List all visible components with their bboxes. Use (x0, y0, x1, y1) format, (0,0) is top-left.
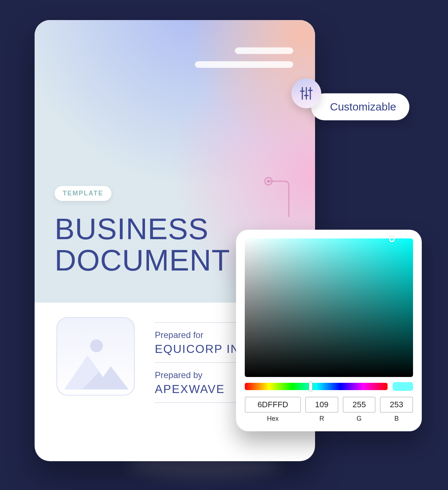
hex-label: Hex (245, 415, 301, 423)
sliders-icon (291, 78, 321, 108)
customizable-chip[interactable]: Customizable (291, 78, 321, 108)
color-saturation-area[interactable] (245, 238, 413, 377)
document-title: BUSINESS DOCUMENT (55, 213, 230, 276)
hex-input[interactable] (245, 397, 301, 413)
hue-thumb[interactable] (309, 382, 313, 391)
svg-point-0 (265, 178, 272, 185)
color-swatch (393, 382, 413, 391)
g-label: G (343, 415, 376, 423)
r-label: R (305, 415, 338, 423)
color-cursor[interactable] (389, 236, 395, 242)
g-input[interactable] (343, 397, 376, 413)
connector-ornament (264, 177, 293, 217)
svg-point-1 (267, 180, 270, 183)
r-input[interactable] (305, 397, 338, 413)
mountain-icon (57, 318, 134, 395)
svg-point-2 (90, 339, 103, 352)
b-input[interactable] (380, 397, 413, 413)
hero-placeholder-lines (195, 47, 293, 68)
template-badge: TEMPLATE (55, 186, 111, 201)
hue-slider[interactable] (245, 383, 388, 390)
customizable-label: Customizable (311, 93, 409, 120)
b-label: B (380, 415, 413, 423)
color-picker-panel: Hex R G B (236, 230, 422, 431)
image-placeholder[interactable] (56, 317, 135, 396)
